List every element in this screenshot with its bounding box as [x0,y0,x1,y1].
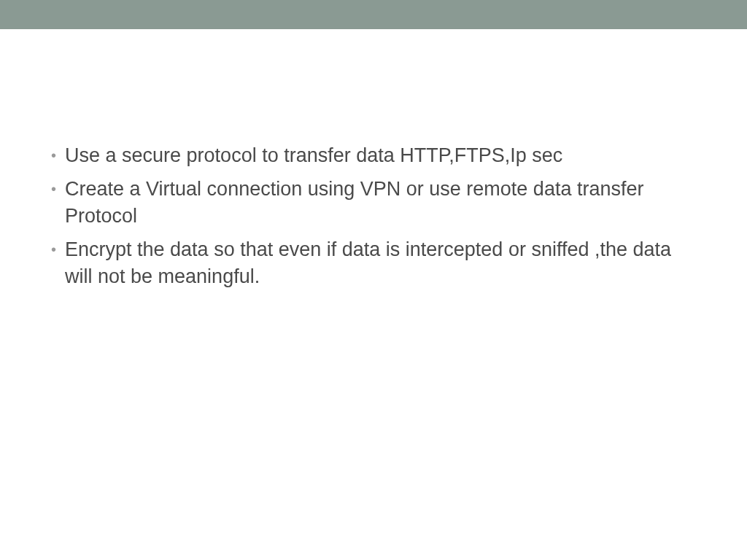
list-item: • Encrypt the data so that even if data … [51,236,696,289]
bullet-text: Encrypt the data so that even if data is… [65,236,696,289]
list-item: • Use a secure protocol to transfer data… [51,142,696,168]
bullet-icon: • [51,236,56,262]
header-bar [0,0,747,29]
bullet-text: Use a secure protocol to transfer data H… [65,142,562,168]
bullet-text: Create a Virtual connection using VPN or… [65,176,696,229]
bullet-icon: • [51,176,56,202]
bullet-list: • Use a secure protocol to transfer data… [51,142,696,289]
slide-content: • Use a secure protocol to transfer data… [0,29,747,289]
list-item: • Create a Virtual connection using VPN … [51,176,696,229]
bullet-icon: • [51,142,56,168]
